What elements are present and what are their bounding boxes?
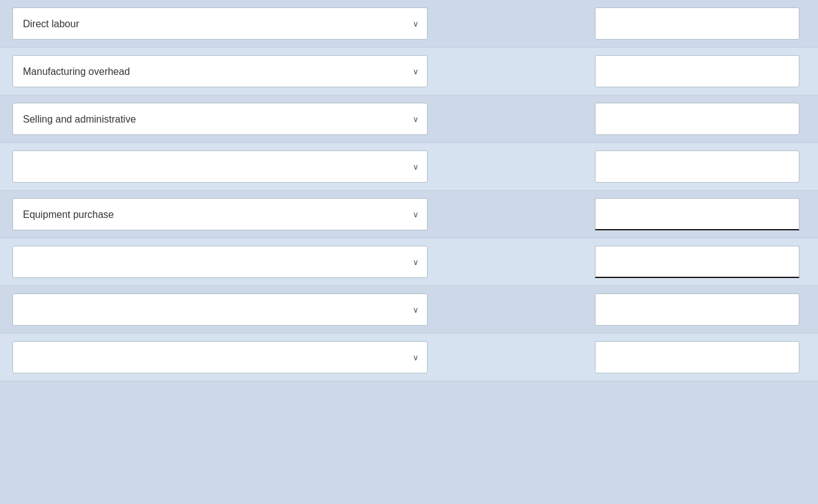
table-row-3: Direct labourManufacturing overheadSelli… — [0, 95, 818, 143]
number-input-5[interactable] — [595, 198, 799, 230]
left-col-5: Direct labourManufacturing overheadSelli… — [12, 198, 446, 230]
right-col-6 — [595, 246, 806, 278]
dropdown-8[interactable]: Direct labourManufacturing overheadSelli… — [12, 341, 428, 373]
dropdown-1[interactable]: Direct labourManufacturing overheadSelli… — [12, 7, 428, 40]
select-wrapper-4: Direct labourManufacturing overheadSelli… — [12, 150, 428, 183]
right-col-3 — [595, 103, 806, 135]
number-input-3[interactable] — [595, 103, 799, 135]
number-input-7[interactable] — [595, 293, 799, 326]
dropdown-7[interactable]: Direct labourManufacturing overheadSelli… — [12, 293, 428, 326]
number-input-6[interactable] — [595, 246, 799, 278]
dropdown-6[interactable]: Direct labourManufacturing overheadSelli… — [12, 246, 428, 278]
table-row-1: Direct labourManufacturing overheadSelli… — [0, 0, 818, 48]
dropdown-3[interactable]: Direct labourManufacturing overheadSelli… — [12, 103, 428, 135]
dropdown-5[interactable]: Direct labourManufacturing overheadSelli… — [12, 198, 428, 230]
right-col-1 — [595, 7, 806, 40]
number-input-1[interactable] — [595, 7, 799, 40]
table-row-6: Direct labourManufacturing overheadSelli… — [0, 238, 818, 286]
table-row-7: Direct labourManufacturing overheadSelli… — [0, 286, 818, 334]
table-row-5: Direct labourManufacturing overheadSelli… — [0, 191, 818, 238]
number-input-4[interactable] — [595, 150, 799, 183]
select-wrapper-3: Direct labourManufacturing overheadSelli… — [12, 103, 428, 135]
number-input-8[interactable] — [595, 341, 799, 373]
table-row-2: Direct labourManufacturing overheadSelli… — [0, 48, 818, 95]
right-col-5 — [595, 198, 806, 230]
page-container: Direct labourManufacturing overheadSelli… — [0, 0, 818, 504]
right-col-2 — [595, 55, 806, 87]
left-col-4: Direct labourManufacturing overheadSelli… — [12, 150, 446, 183]
left-col-2: Direct labourManufacturing overheadSelli… — [12, 55, 446, 87]
select-wrapper-5: Direct labourManufacturing overheadSelli… — [12, 198, 428, 230]
select-wrapper-7: Direct labourManufacturing overheadSelli… — [12, 293, 428, 326]
right-col-8 — [595, 341, 806, 373]
right-col-7 — [595, 293, 806, 326]
table-row-8: Direct labourManufacturing overheadSelli… — [0, 334, 818, 381]
table-row-4: Direct labourManufacturing overheadSelli… — [0, 143, 818, 191]
right-col-4 — [595, 150, 806, 183]
left-col-6: Direct labourManufacturing overheadSelli… — [12, 246, 446, 278]
left-col-1: Direct labourManufacturing overheadSelli… — [12, 7, 446, 40]
select-wrapper-1: Direct labourManufacturing overheadSelli… — [12, 7, 428, 40]
left-col-3: Direct labourManufacturing overheadSelli… — [12, 103, 446, 135]
left-col-7: Direct labourManufacturing overheadSelli… — [12, 293, 446, 326]
dropdown-2[interactable]: Direct labourManufacturing overheadSelli… — [12, 55, 428, 87]
dropdown-4[interactable]: Direct labourManufacturing overheadSelli… — [12, 150, 428, 183]
rows-container: Direct labourManufacturing overheadSelli… — [0, 0, 818, 381]
select-wrapper-8: Direct labourManufacturing overheadSelli… — [12, 341, 428, 373]
number-input-2[interactable] — [595, 55, 799, 87]
select-wrapper-6: Direct labourManufacturing overheadSelli… — [12, 246, 428, 278]
left-col-8: Direct labourManufacturing overheadSelli… — [12, 341, 446, 373]
select-wrapper-2: Direct labourManufacturing overheadSelli… — [12, 55, 428, 87]
